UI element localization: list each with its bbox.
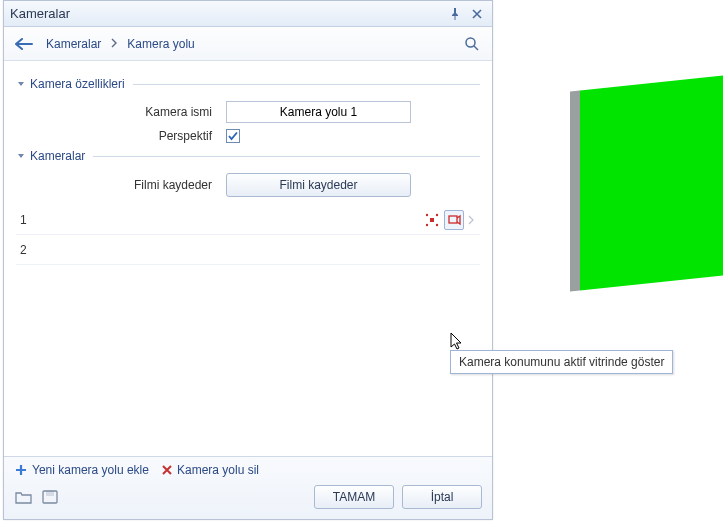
svg-rect-8 <box>46 491 54 496</box>
list-item[interactable]: 1 <box>16 205 480 235</box>
panel-content: Kamera özellikleri Kamera ismi Perspekti… <box>4 61 492 456</box>
panel-title: Kameralar <box>10 6 442 21</box>
svg-point-3 <box>436 213 438 215</box>
record-movie-button[interactable]: Filmi kaydeder <box>226 173 411 197</box>
add-camera-path-button[interactable]: Yeni kamera yolu ekle <box>14 463 149 477</box>
ok-button[interactable]: TAMAM <box>314 485 394 509</box>
model-geometry <box>580 69 723 290</box>
chevron-right-icon[interactable] <box>466 213 476 227</box>
collapse-icon[interactable] <box>16 79 26 89</box>
show-camera-position-icon[interactable] <box>444 210 464 230</box>
row-index: 2 <box>20 243 44 257</box>
plus-icon <box>14 463 28 477</box>
svg-point-0 <box>466 38 475 47</box>
tooltip: Kamera konumunu aktif vitrinde göster <box>450 350 673 374</box>
section-title: Kameralar <box>30 149 85 163</box>
perspective-checkbox[interactable] <box>226 129 240 143</box>
breadcrumb-current[interactable]: Kamera yolu <box>123 35 198 53</box>
svg-rect-6 <box>449 216 457 223</box>
section-cameras: Kameralar <box>16 149 480 163</box>
search-icon[interactable] <box>462 34 482 54</box>
list-item[interactable]: 2 <box>16 235 480 265</box>
camera-list: 1 2 <box>16 205 480 265</box>
svg-rect-1 <box>430 218 434 222</box>
breadcrumb-root[interactable]: Kameralar <box>42 35 105 53</box>
section-camera-properties: Kamera özellikleri <box>16 77 480 91</box>
save-disk-icon[interactable] <box>40 488 60 506</box>
x-delete-icon <box>161 464 173 476</box>
open-folder-icon[interactable] <box>14 488 34 506</box>
svg-point-2 <box>426 213 428 215</box>
camera-name-label: Kamera ismi <box>16 105 226 119</box>
cancel-button[interactable]: İptal <box>402 485 482 509</box>
cameras-panel: Kameralar Kameralar Kamera yolu Kamera ö… <box>3 0 493 520</box>
section-divider <box>133 84 480 85</box>
close-icon[interactable] <box>468 5 486 23</box>
panel-titlebar: Kameralar <box>4 1 492 27</box>
collapse-icon[interactable] <box>16 151 26 161</box>
breadcrumb: Kameralar Kamera yolu <box>4 27 492 61</box>
chevron-right-icon <box>111 37 117 51</box>
svg-point-5 <box>436 223 438 225</box>
back-icon[interactable] <box>14 36 34 52</box>
camera-name-input[interactable] <box>226 101 411 123</box>
record-movie-label: Filmi kaydeder <box>16 178 226 192</box>
section-title: Kamera özellikleri <box>30 77 125 91</box>
delete-camera-path-label: Kamera yolu sil <box>177 463 259 477</box>
focus-target-icon[interactable] <box>422 210 442 230</box>
perspective-label: Perspektif <box>16 129 226 143</box>
row-index: 1 <box>20 213 44 227</box>
delete-camera-path-button[interactable]: Kamera yolu sil <box>161 463 259 477</box>
svg-point-4 <box>426 223 428 225</box>
section-divider <box>93 156 480 157</box>
add-camera-path-label: Yeni kamera yolu ekle <box>32 463 149 477</box>
pin-icon[interactable] <box>446 5 464 23</box>
panel-footer: Yeni kamera yolu ekle Kamera yolu sil TA… <box>4 456 492 519</box>
